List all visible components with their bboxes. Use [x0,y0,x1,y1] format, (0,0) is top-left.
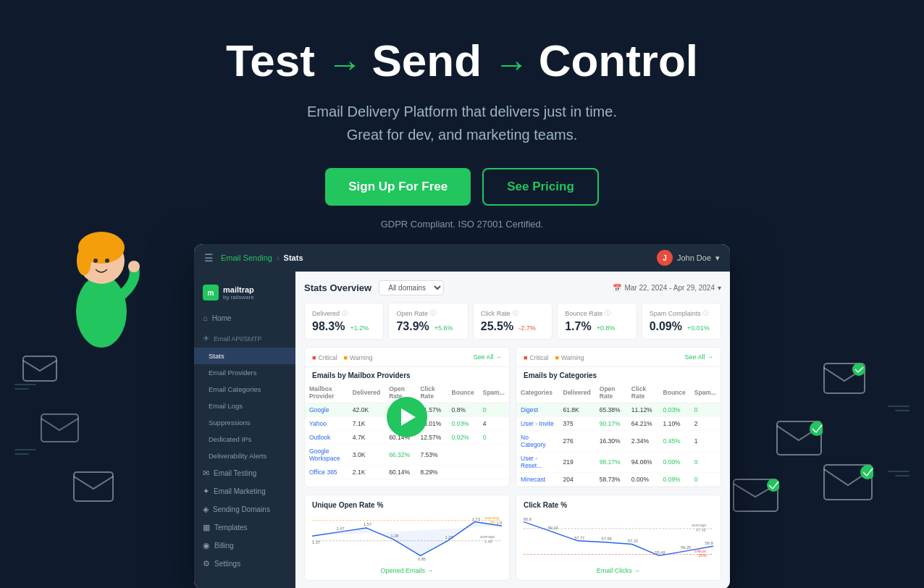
domain-select[interactable]: All domains [379,280,444,295]
cat-minecast[interactable]: Minecast [516,473,559,487]
invite-bounce: 1.10% [659,417,690,431]
critical-label-2: Critical [530,354,549,361]
yahoo-delivered: 7.1K [348,417,385,431]
categories-see-all[interactable]: See All → [684,353,713,361]
sidebar-label-deliverability-alerts: Deliverability Alerts [209,452,266,460]
sidebar-item-suppressions[interactable]: Suppressions [194,414,295,431]
click-rate-chart-footer[interactable]: Email Clicks → [524,567,713,574]
provider-yahoo[interactable]: Yahoo [305,417,348,431]
stat-label-bounce-rate: Bounce Rate ⓘ [565,309,629,317]
breadcrumb-link[interactable]: Email Sending [221,253,272,262]
google-delivered: 42.0K [348,403,385,417]
critical-label: Critical [319,354,337,361]
click-rate-svg: average 47.48 critical 25% 60.6 59.22 57… [524,513,713,564]
click-rate-chart-title: Click Rate % [524,501,567,509]
stat-change-spam: +0.01% [687,324,710,332]
testing-icon: ✉ [203,469,209,478]
user-menu[interactable]: J John Doe ▾ [657,250,720,266]
hamburger-icon[interactable]: ☰ [204,252,214,264]
sidebar-item-dedicated-ips[interactable]: Dedicated IPs [194,431,295,448]
o365-bounce [448,466,479,479]
provider-office365[interactable]: Office 365 [305,466,348,479]
sidebar-item-billing[interactable]: ◉ Billing [194,537,295,555]
digest-open-rate: 65.38% [595,403,627,417]
minecast-open-rate: 58.73% [595,473,627,487]
svg-text:warning: warning [484,516,500,520]
reset-click-rate: 94.06% [627,452,659,473]
sidebar-item-email-logs[interactable]: Email Logs [194,398,295,414]
digest-bounce: 0.03% [659,403,690,417]
signup-button[interactable]: Sign Up For Free [325,168,471,206]
sidebar-item-email-marketing[interactable]: ✦ Email Marketing [194,482,295,500]
mailbox-see-all[interactable]: See All → [473,353,502,361]
sidebar-item-templates[interactable]: ▦ Templates [194,518,295,537]
pricing-button[interactable]: See Pricing [482,168,599,206]
svg-text:56.25: 56.25 [681,545,691,550]
google-spam: 0 [479,403,509,417]
provider-google-ws[interactable]: Google Workspace [305,445,348,466]
logo-sub: by railsware [223,294,254,301]
svg-text:2%: 2% [490,521,495,525]
o365-delivered: 2.1K [348,466,385,479]
sidebar-item-email-providers[interactable]: Email Providers [194,364,295,381]
sidebar-item-home[interactable]: ⌂ Home [194,309,295,327]
mailbox-table-header: ■ Critical ■ Warning See All → [305,348,509,367]
warning-dot-2: ■ [555,354,559,361]
stat-label-open-rate: Open Rate ⓘ [396,309,460,317]
stat-label-delivered: Delivered ⓘ [312,309,376,317]
svg-text:25%: 25% [698,553,706,558]
sidebar-section-email-api[interactable]: ✈ Email API/SMTP [194,327,295,348]
cat-user-reset[interactable]: User - Reset... [516,452,559,473]
minecast-bounce: 0.09% [659,473,690,487]
svg-text:57.77: 57.77 [574,536,584,540]
gws-bounce [448,445,479,466]
provider-google[interactable]: Google [305,403,348,417]
cat-user-invite[interactable]: User - Invite [516,417,559,431]
nocat-spam: 1 [690,431,721,452]
reset-bounce: 0.00% [659,452,690,473]
stats-title-row: Stats Overview All domains [304,280,444,295]
arrow-icon-2: → [494,45,538,83]
breadcrumb-separator: › [277,253,280,262]
sidebar-item-stats[interactable]: Stats [194,348,295,364]
sidebar-label-email-marketing: Email Marketing [214,487,266,495]
sidebar-item-sending-domains[interactable]: ◈ Sending Domains [194,500,295,518]
stat-card-bounce-rate: Bounce Rate ⓘ 1.7% +0.8% [557,303,637,340]
sidebar-item-settings[interactable]: ⚙ Settings [194,555,295,573]
sidebar-item-deliverability-alerts[interactable]: Deliverability Alerts [194,448,295,464]
minecast-delivered: 204 [559,473,595,487]
templates-icon: ▦ [203,523,210,532]
stat-value-open-rate: 73.9% [396,320,429,332]
stat-change-click-rate: -2.7% [518,324,536,332]
sidebar-item-email-testing[interactable]: ✉ Email Testing [194,464,295,482]
hero-title-send: Send [371,35,482,85]
warning-label-2: Warning [561,354,584,361]
sidebar-label-stats: Stats [209,352,224,360]
tables-section: ■ Critical ■ Warning See All → Emails by… [304,347,721,487]
open-rate-chart-footer[interactable]: Opened Emails → [312,567,502,574]
table-row: Minecast 204 58.73% 0.00% 0.09% 0 [516,473,721,487]
nocat-click-rate: 2.34% [627,431,659,452]
svg-text:56.92: 56.92 [705,542,713,546]
table-row: No Category 276 16.30% 2.34% 0.45% 1 [516,431,721,452]
sidebar-item-email-categories[interactable]: Email Categories [194,381,295,398]
col-click-rate: Click Rate [416,382,447,403]
play-button[interactable] [387,397,427,437]
arrow-icon-1: → [327,45,371,83]
reset-open-rate: 98.17% [595,452,627,473]
stat-change-bounce-rate: +0.8% [597,324,616,332]
main-content: Stats Overview All domains 📅 Mar 22, 202… [295,272,730,588]
svg-text:1.23: 1.23 [445,535,453,539]
svg-text:1.28: 1.28 [391,534,399,538]
breadcrumb: Email Sending › Stats [221,253,650,262]
cat-no-category[interactable]: No Category [516,431,559,452]
sidebar: m mailtrap by railsware ⌂ Home ✈ Email A… [194,272,295,588]
stat-card-spam: Spam Complaints ⓘ 0.09% +0.01% [642,303,721,340]
hero-title-test: Test [226,35,315,85]
table-row: Office 365 2.1K 60.14% 8.29% [305,466,509,479]
stat-card-delivered: Delivered ⓘ 98.3% +1.2% [304,303,384,340]
stat-value-spam: 0.09% [650,320,682,332]
cat-digest[interactable]: Digest [516,403,559,417]
col-spam: Spam... [479,382,509,403]
provider-outlook[interactable]: Outlook [305,431,348,445]
